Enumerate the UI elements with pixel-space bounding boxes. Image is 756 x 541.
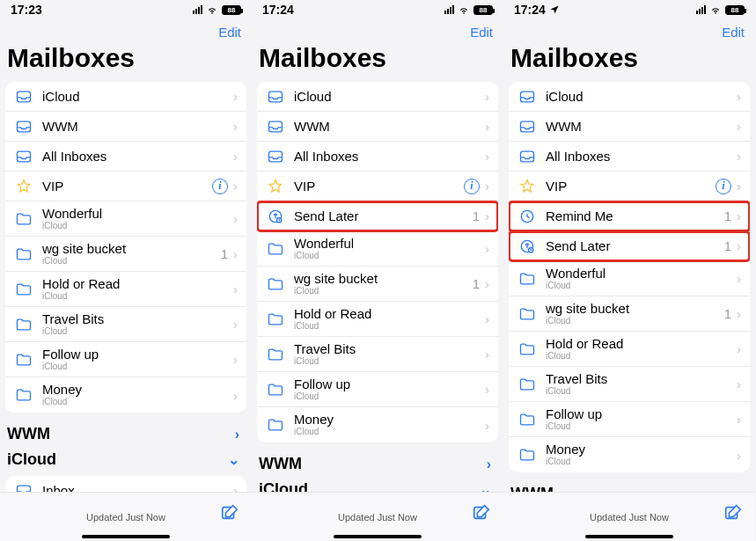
row-icloud[interactable]: iCloud › — [257, 82, 498, 112]
row-wg-site-bucket[interactable]: wg site bucket iCloud 1› — [257, 267, 498, 302]
scroll-area[interactable]: iCloud › WWM › All Inboxes › VIP i› Wond… — [0, 82, 252, 541]
inbox-icon — [517, 87, 537, 106]
inbox-icon — [517, 147, 537, 166]
chevron-right-icon: › — [485, 311, 489, 326]
row-sublabel: iCloud — [294, 287, 473, 296]
row-all-inboxes[interactable]: All Inboxes › — [509, 142, 750, 172]
row-label: Wonderful — [42, 207, 233, 221]
row-label: Wonderful — [294, 237, 485, 251]
svg-rect-1 — [18, 121, 31, 132]
group-header-wwm[interactable]: WWM › — [252, 455, 503, 480]
row-label: All Inboxes — [546, 150, 737, 164]
count-badge: 1 — [473, 276, 480, 291]
chevron-right-icon: › — [233, 211, 238, 226]
folder-icon — [517, 410, 537, 429]
sendlater-icon — [517, 237, 537, 256]
row-wonderful[interactable]: Wonderful iCloud › — [5, 201, 246, 237]
row-hold-or-read[interactable]: Hold or Read iCloud › — [257, 302, 498, 337]
compose-button[interactable] — [723, 503, 743, 523]
row-send-later[interactable]: Send Later 1› — [509, 231, 750, 261]
edit-button[interactable]: Edit — [722, 25, 745, 40]
row-sublabel: iCloud — [42, 398, 233, 407]
folder-icon — [14, 350, 33, 369]
row-travel-bits[interactable]: Travel Bits iCloud › — [5, 307, 246, 342]
inbox-icon — [266, 87, 285, 106]
battery-icon: 88 — [725, 5, 745, 15]
row-money[interactable]: Money iCloud › — [5, 377, 246, 413]
row-icloud[interactable]: iCloud › — [5, 82, 246, 112]
row-label: All Inboxes — [42, 150, 233, 164]
signal-icon — [696, 5, 706, 14]
group-title: WWM — [259, 455, 302, 473]
count-badge: 1 — [221, 246, 228, 261]
info-icon[interactable]: i — [464, 179, 480, 194]
info-icon[interactable]: i — [212, 179, 228, 194]
row-label: Follow up — [294, 377, 485, 391]
folder-icon — [517, 445, 537, 464]
status-time: 17:24 — [262, 3, 294, 17]
nav-bar: Edit — [0, 19, 252, 40]
row-hold-or-read[interactable]: Hold or Read iCloud › — [509, 332, 750, 367]
scroll-area[interactable]: iCloud › WWM › All Inboxes › VIP i› Send… — [252, 82, 503, 541]
signal-icon — [444, 5, 454, 14]
row-wonderful[interactable]: Wonderful iCloud › — [257, 231, 498, 267]
row-follow-up[interactable]: Follow up iCloud › — [5, 342, 246, 377]
row-remind-me[interactable]: Remind Me 1› — [509, 201, 750, 231]
row-wg-site-bucket[interactable]: wg site bucket iCloud 1› — [5, 237, 246, 272]
chevron-right-icon: › — [485, 89, 489, 104]
chevron-right-icon: › — [485, 208, 489, 223]
star-icon — [14, 177, 33, 196]
row-vip[interactable]: VIP i› — [257, 172, 498, 201]
clock-icon — [517, 207, 537, 226]
row-travel-bits[interactable]: Travel Bits iCloud › — [257, 337, 498, 372]
chevron-right-icon: › — [737, 271, 741, 286]
chevron-right-icon: › — [485, 276, 489, 291]
row-follow-up[interactable]: Follow up iCloud › — [509, 402, 750, 437]
row-wwm[interactable]: WWM › — [5, 112, 246, 142]
phone-2: 17:24 88 Edit Mailboxes iCloud › WWM — [252, 0, 503, 541]
inbox-icon — [14, 87, 33, 106]
svg-rect-13 — [521, 121, 534, 132]
compose-button[interactable] — [472, 503, 491, 523]
row-sublabel: iCloud — [294, 428, 485, 437]
scroll-area[interactable]: iCloud › WWM › All Inboxes › VIP i› Remi… — [503, 82, 755, 541]
group-header-icloud[interactable]: iCloud ⌄ — [0, 450, 252, 476]
row-sublabel: iCloud — [546, 422, 737, 432]
row-wwm[interactable]: WWM › — [257, 112, 498, 142]
chevron-right-icon: › — [737, 238, 741, 253]
row-all-inboxes[interactable]: All Inboxes › — [257, 142, 498, 172]
row-money[interactable]: Money iCloud › — [257, 407, 498, 442]
row-label: Money — [546, 442, 737, 457]
main-mailboxes-section: iCloud › WWM › All Inboxes › VIP i› Send… — [257, 82, 498, 442]
folder-icon — [266, 380, 285, 399]
edit-button[interactable]: Edit — [470, 25, 493, 40]
chevron-right-icon: › — [233, 317, 238, 332]
row-hold-or-read[interactable]: Hold or Read iCloud › — [5, 272, 246, 307]
home-indicator — [82, 535, 170, 538]
chevron-right-icon: › — [737, 448, 741, 463]
chevron-right-icon: › — [485, 347, 489, 362]
phone-1: 17:23 88 Edit Mailboxes iCloud › WWM — [0, 0, 252, 541]
row-wwm[interactable]: WWM › — [509, 112, 750, 142]
row-vip[interactable]: VIP i› — [509, 172, 750, 201]
info-icon[interactable]: i — [716, 179, 731, 194]
row-wg-site-bucket[interactable]: wg site bucket iCloud 1› — [509, 296, 750, 332]
chevron-right-icon: › — [233, 388, 238, 403]
row-label: iCloud — [546, 90, 737, 104]
edit-button[interactable]: Edit — [218, 25, 241, 40]
chevron-right-icon: › — [737, 149, 741, 164]
group-header-wwm[interactable]: WWM › — [0, 425, 252, 450]
chevron-down-icon: ⌄ — [228, 451, 245, 468]
phone-3: 17:24 88 Edit Mailboxes iCloud › WWM — [503, 0, 755, 541]
row-travel-bits[interactable]: Travel Bits iCloud › — [509, 367, 750, 402]
row-send-later[interactable]: Send Later 1› — [257, 201, 498, 231]
row-all-inboxes[interactable]: All Inboxes › — [5, 142, 246, 172]
battery-icon: 88 — [222, 5, 241, 15]
row-wonderful[interactable]: Wonderful iCloud › — [509, 261, 750, 296]
compose-button[interactable] — [220, 503, 239, 523]
row-vip[interactable]: VIP i› — [5, 172, 246, 201]
chevron-right-icon: › — [233, 89, 238, 104]
row-icloud[interactable]: iCloud › — [509, 82, 750, 112]
row-money[interactable]: Money iCloud › — [509, 437, 750, 472]
row-follow-up[interactable]: Follow up iCloud › — [257, 372, 498, 407]
